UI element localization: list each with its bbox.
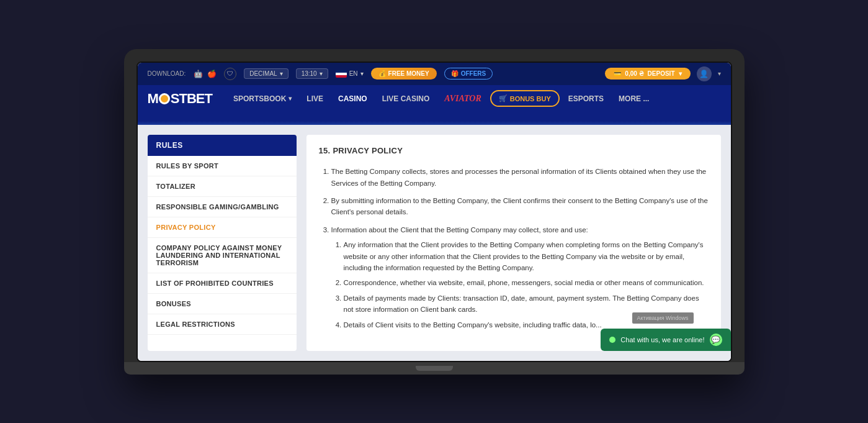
decimal-button[interactable]: DECIMAL ▾: [244, 68, 288, 79]
chat-label: Chat with us, we are online!: [620, 336, 704, 343]
user-avatar-button[interactable]: 👤: [697, 66, 712, 81]
sportsbook-label: SPORTSBOOK: [233, 94, 286, 103]
shield-icon[interactable]: 🛡: [224, 68, 236, 80]
os-icons: 🤖 🍎: [193, 69, 217, 79]
sidebar-item-legal-restrictions[interactable]: LEGAL RESTRICTIONS: [148, 314, 297, 335]
esports-label: ESPORTS: [568, 94, 604, 103]
free-money-label: FREE MONEY: [388, 70, 429, 77]
lang-label: EN: [349, 70, 358, 77]
balance-amount: 0,00 ₴: [625, 70, 643, 77]
laptop-notch: [416, 366, 453, 371]
wallet-icon: 💳: [614, 70, 621, 77]
live-label: LIVE: [306, 94, 323, 103]
item-text: By submitting information to the Betting…: [331, 197, 708, 216]
content-list: The Betting Company collects, stores and…: [319, 166, 709, 330]
nav-aviator[interactable]: Aviator: [438, 90, 487, 107]
item-text: Information about the Client that the Be…: [331, 226, 588, 234]
offers-button[interactable]: 🎁 OFFERS: [444, 68, 493, 80]
nav-live[interactable]: LIVE: [300, 91, 329, 107]
nav-sportsbook[interactable]: SPORTSBOOK ▾: [227, 91, 298, 107]
download-label: DOWNLOAD:: [148, 70, 186, 77]
list-item: The Betting Company collects, stores and…: [331, 166, 709, 189]
sub-list-item: Any information that the Client provides…: [344, 239, 709, 273]
item-text: The Betting Company collects, stores and…: [331, 168, 707, 186]
aviator-label: Aviator: [444, 94, 481, 104]
sidebar-item-privacy-policy[interactable]: PRIVACY POLICY: [148, 217, 297, 238]
chevron-down-icon: ▾: [360, 70, 364, 77]
bonus-buy-label: BONUS BUY: [510, 95, 551, 102]
online-indicator: [609, 337, 615, 343]
free-money-button[interactable]: 💰 FREE MONEY: [371, 68, 437, 80]
chevron-down-icon: ▾: [320, 70, 323, 77]
nav-casino[interactable]: CASINO: [332, 91, 374, 107]
sidebar-item-bonuses[interactable]: BONUSES: [148, 294, 297, 314]
main-content: RULES RULES BY SPORT TOTALIZER RESPONSIB…: [138, 125, 731, 361]
nav-items: SPORTSBOOK ▾ LIVE CASINO LIVE CASINO Avi…: [227, 90, 721, 107]
nav-more[interactable]: MORE ...: [612, 91, 655, 107]
android-icon[interactable]: 🤖: [193, 69, 203, 79]
sidebar-item-totalizer[interactable]: TOTALIZER: [148, 176, 297, 197]
sidebar-item-responsible-gaming[interactable]: RESPONSIBLE GAMING/GAMBLING: [148, 197, 297, 217]
top-bar-right: 💳 0,00 ₴ DEPOSIT ▾ 👤 ▾: [605, 66, 720, 81]
sidebar: RULES RULES BY SPORT TOTALIZER RESPONSIB…: [148, 135, 297, 351]
laptop-base: [124, 362, 745, 375]
top-bar: DOWNLOAD: 🤖 🍎 🛡 DECIMAL ▾ 13:10 ▾ EN: [138, 63, 731, 85]
apple-icon[interactable]: 🍎: [207, 69, 217, 79]
offers-label: OFFERS: [461, 70, 486, 77]
gift-icon: 🎁: [451, 70, 459, 77]
nav-live-casino[interactable]: LIVE CASINO: [376, 91, 436, 107]
chat-icon: 💬: [710, 334, 722, 346]
chevron-down-icon: ▾: [679, 70, 682, 77]
windows-activation: Активация Windows: [632, 312, 694, 324]
chevron-down-icon: ▾: [718, 70, 721, 77]
live-casino-label: LIVE CASINO: [382, 94, 430, 103]
language-button[interactable]: EN ▾: [336, 70, 364, 78]
chevron-down-icon: ▾: [289, 95, 292, 102]
chevron-down-icon: ▾: [280, 70, 283, 77]
top-bar-left: DOWNLOAD: 🤖 🍎 🛡 DECIMAL ▾ 13:10 ▾ EN: [148, 68, 493, 80]
bonus-buy-button[interactable]: 🛒 BONUS BUY: [490, 90, 560, 107]
deposit-label: DEPOSIT: [648, 70, 675, 77]
sidebar-item-prohibited-countries[interactable]: LIST OF PROHIBITED COUNTRIES: [148, 273, 297, 294]
more-label: MORE ...: [619, 94, 649, 103]
deposit-button[interactable]: 💳 0,00 ₴ DEPOSIT ▾: [605, 68, 690, 80]
casino-label: CASINO: [338, 94, 367, 103]
site-logo[interactable]: MSTBET: [148, 91, 212, 107]
content-title: 15. PRIVACY POLICY: [319, 145, 709, 158]
user-icon: 👤: [699, 70, 709, 78]
sidebar-item-rules-by-sport[interactable]: RULES BY SPORT: [148, 156, 297, 176]
sub-list-item: Correspondence, whether via website, ema…: [344, 277, 709, 288]
coin-icon: 💰: [378, 70, 386, 77]
chat-widget[interactable]: Chat with us, we are online! 💬: [601, 329, 730, 351]
nav-esports[interactable]: ESPORTS: [562, 91, 610, 107]
time-label: 13:10: [302, 70, 317, 77]
sidebar-item-aml[interactable]: COMPANY POLICY AGAINST MONEY LAUNDERING …: [148, 238, 297, 273]
time-button[interactable]: 13:10 ▾: [296, 68, 328, 79]
cart-icon: 🛒: [499, 94, 508, 102]
header-banner: [138, 112, 731, 125]
sidebar-header: RULES: [148, 135, 297, 156]
decimal-label: DECIMAL: [249, 70, 277, 77]
nav-bar: MSTBET SPORTSBOOK ▾ LIVE CASINO LIVE CAS…: [138, 85, 731, 112]
flag-icon: [336, 70, 347, 78]
list-item: By submitting information to the Betting…: [331, 195, 709, 218]
